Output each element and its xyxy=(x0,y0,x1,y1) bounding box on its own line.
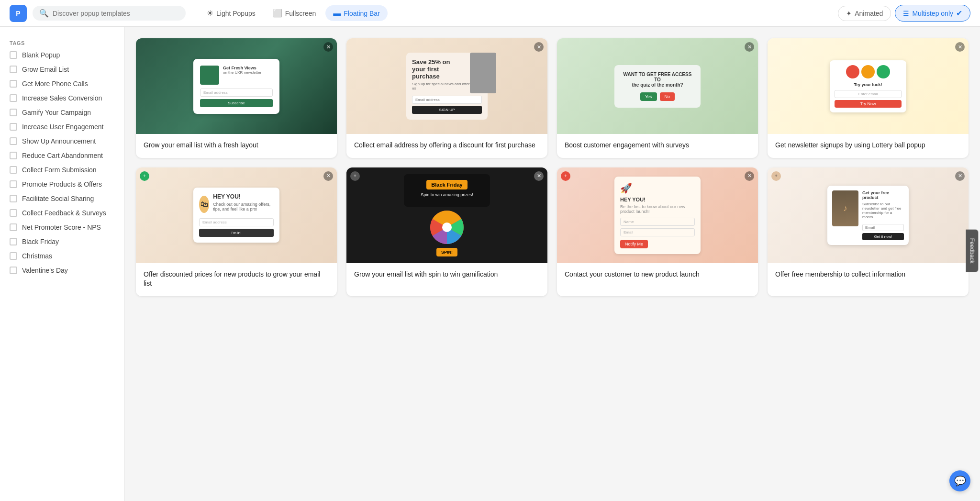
checkbox-christmas[interactable] xyxy=(10,252,17,260)
tab-floating-bar-label: Floating Bar xyxy=(344,10,379,17)
logo[interactable]: P xyxy=(10,5,27,22)
contact-cta-btn[interactable]: Notify Me xyxy=(620,240,648,248)
card-spin-to-win[interactable]: Black Friday Spin to win amazing prizes! xyxy=(346,167,547,296)
card-badge-7: + xyxy=(561,171,570,181)
multistep-icon: ☰ xyxy=(903,10,909,17)
tag-label-valentines-day: Valentine's Day xyxy=(22,267,68,274)
sidebar-item-increase-user-engagement[interactable]: Increase User Engagement xyxy=(0,120,124,134)
survey-yes-btn[interactable]: Yes xyxy=(640,92,657,101)
checkbox-collect-form-submission[interactable] xyxy=(10,166,17,174)
card-close-3[interactable]: ✕ xyxy=(745,42,754,52)
card-boost-engagement-surveys[interactable]: WANT TO GET FREE ACCESS TOthe quiz of th… xyxy=(557,38,758,158)
sidebar-item-net-promoter-score[interactable]: Net Promoter Score - NPS xyxy=(0,220,124,234)
checkbox-show-up-announcement[interactable] xyxy=(10,137,17,145)
tag-label-get-more-phone-calls: Get More Phone Calls xyxy=(22,80,88,88)
card-title-6: Grow your email list with spin to win ga… xyxy=(354,270,540,279)
lottery-circle-yellow xyxy=(861,65,875,78)
card-offer-free-membership[interactable]: ♪ Get your free product Subscribe to our… xyxy=(768,167,969,296)
card-collect-email-discount[interactable]: Save 25% onyour firstpurchase Sign up fo… xyxy=(346,38,547,158)
card-close-6[interactable]: ✕ xyxy=(534,171,544,181)
sidebar-item-gamify-your-campaign[interactable]: Gamify Your Campaign xyxy=(0,105,124,120)
card-close-5[interactable]: ✕ xyxy=(323,171,333,181)
checkbox-facilitate-social-sharing[interactable] xyxy=(10,195,17,202)
card-title-3: Boost customer engagement with surveys xyxy=(565,141,750,150)
sidebar-item-grow-email-list[interactable]: Grow Email List xyxy=(0,62,124,77)
card-close-7[interactable]: ✕ xyxy=(745,171,754,181)
sidebar-item-collect-form-submission[interactable]: Collect Form Submission xyxy=(0,163,124,177)
header-right: ✦ Animated ☰ Multistep only ✔ xyxy=(838,5,970,22)
card-thumb-7: 🚀 HEY YOU! Be the first to know about ou… xyxy=(557,167,758,263)
sidebar-item-increase-sales-conversion[interactable]: Increase Sales Conversion xyxy=(0,91,124,105)
card-body-8: Offer free membership to collect informa… xyxy=(768,263,969,287)
checkbox-grow-email-list[interactable] xyxy=(10,66,17,73)
card-badge-8: + xyxy=(771,171,781,181)
sidebar-item-christmas[interactable]: Christmas xyxy=(0,249,124,263)
search-input[interactable] xyxy=(53,10,179,17)
card-grow-email-fresh[interactable]: Get Fresh Views on the UXR newsletter Em… xyxy=(136,38,337,158)
checkbox-black-friday[interactable] xyxy=(10,238,17,245)
tab-light-popups[interactable]: ☀ Light Popups xyxy=(199,5,263,21)
contact-subtitle: Be the first to know about our new produ… xyxy=(620,204,695,214)
lottery-text: Try your luck! xyxy=(835,82,902,87)
checkbox-net-promoter-score[interactable] xyxy=(10,223,17,231)
product-submit-btn[interactable]: Get it now! xyxy=(862,233,904,240)
contact-icon: 🚀 xyxy=(620,182,695,194)
checkbox-increase-user-engagement[interactable] xyxy=(10,123,17,131)
spin-preview: Black Friday Spin to win amazing prizes! xyxy=(362,174,533,256)
hey-title: HEY YOU! xyxy=(213,193,274,200)
product-email-input[interactable] xyxy=(862,224,904,231)
card-offer-discounted-prices[interactable]: 🛍 HEY YOU! Check out our amazing offers,… xyxy=(136,167,337,296)
card-close-8[interactable]: ✕ xyxy=(955,171,965,181)
checkbox-promote-products-offers[interactable] xyxy=(10,180,17,188)
card-close-2[interactable]: ✕ xyxy=(534,42,544,52)
sidebar-item-facilitate-social-sharing[interactable]: Facilitate Social Sharing xyxy=(0,191,124,206)
bf-text: Spin to win amazing prizes! xyxy=(410,192,484,197)
bf-spin-btn[interactable]: SPIN! xyxy=(436,248,457,256)
checkbox-reduce-cart-abandonment[interactable] xyxy=(10,152,17,159)
lottery-btn[interactable]: Try Now xyxy=(835,100,902,108)
card-lottery-signup[interactable]: Try your luck! Enter email Try Now ✕ Get… xyxy=(768,38,969,158)
sidebar-item-collect-feedback-surveys[interactable]: Collect Feedback & Surveys xyxy=(0,206,124,220)
card-title-8: Offer free membership to collect informa… xyxy=(775,270,961,279)
logo-text: P xyxy=(16,10,20,17)
chat-bubble[interactable]: 💬 xyxy=(949,470,970,491)
tab-fullscreen-label: Fullscreen xyxy=(285,10,316,17)
sidebar-item-black-friday[interactable]: Black Friday xyxy=(0,234,124,249)
product-image: ♪ xyxy=(832,190,858,226)
checkbox-collect-feedback-surveys[interactable] xyxy=(10,209,17,217)
card-close-1[interactable]: ✕ xyxy=(323,42,333,52)
checkbox-gamify-your-campaign[interactable] xyxy=(10,109,17,116)
animated-button[interactable]: ✦ Animated xyxy=(838,6,891,21)
bf-badge: Black Friday xyxy=(426,180,467,189)
checkbox-valentines-day[interactable] xyxy=(10,267,17,274)
card-contact-product-launch[interactable]: 🚀 HEY YOU! Be the first to know about ou… xyxy=(557,167,758,296)
tag-label-promote-products-offers: Promote Products & Offers xyxy=(22,180,102,188)
checkbox-blank-popup[interactable] xyxy=(10,51,17,59)
feedback-tab[interactable]: Feedback xyxy=(966,229,979,272)
sidebar-item-reduce-cart-abandonment[interactable]: Reduce Cart Abandonment xyxy=(0,148,124,163)
sidebar-item-blank-popup[interactable]: Blank Popup xyxy=(0,48,124,62)
checkbox-get-more-phone-calls[interactable] xyxy=(10,80,17,88)
sidebar-item-valentines-day[interactable]: Valentine's Day xyxy=(0,263,124,278)
tab-floating-bar[interactable]: ▬ Floating Bar xyxy=(325,5,387,21)
sidebar-item-show-up-announcement[interactable]: Show Up Announcement xyxy=(0,134,124,148)
card-body-3: Boost customer engagement with surveys xyxy=(557,134,758,158)
tab-fullscreen[interactable]: ⬜ Fullscreen xyxy=(265,5,324,21)
card-close-4[interactable]: ✕ xyxy=(955,42,965,52)
multistep-button[interactable]: ☰ Multistep only ✔ xyxy=(895,5,970,22)
tag-label-collect-form-submission: Collect Form Submission xyxy=(22,166,97,174)
tag-label-net-promoter-score: Net Promoter Score - NPS xyxy=(22,223,101,231)
tag-label-reduce-cart-abandonment: Reduce Cart Abandonment xyxy=(22,152,103,159)
tag-label-collect-feedback-surveys: Collect Feedback & Surveys xyxy=(22,209,106,217)
survey-no-btn[interactable]: No xyxy=(660,92,675,101)
floating-bar-icon: ▬ xyxy=(333,9,341,18)
product-title: Get your free product xyxy=(862,190,904,200)
card-badge-6: + xyxy=(350,171,360,181)
sidebar-item-promote-products-offers[interactable]: Promote Products & Offers xyxy=(0,177,124,191)
nav-tabs: ☀ Light Popups ⬜ Fullscreen ▬ Floating B… xyxy=(199,5,388,21)
checkbox-increase-sales-conversion[interactable] xyxy=(10,94,17,102)
tag-label-black-friday: Black Friday xyxy=(22,238,59,245)
card-badge-5: + xyxy=(140,171,149,181)
search-bar[interactable]: 🔍 xyxy=(33,6,186,21)
sidebar-item-get-more-phone-calls[interactable]: Get More Phone Calls xyxy=(0,77,124,91)
